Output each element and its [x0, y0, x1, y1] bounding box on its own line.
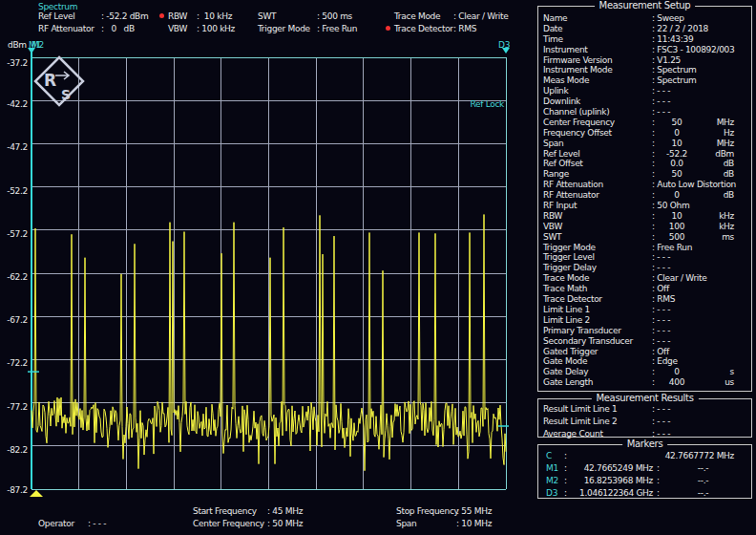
y-axis-tick-label: -47.2: [0, 142, 28, 152]
setup-row-label: Frequency Offset: [543, 128, 612, 138]
rs-logo-r: R: [44, 71, 56, 90]
spectrum-chart: R S: [0, 0, 515, 535]
marker-frequency: 16.8253968 MHz: [567, 476, 653, 485]
setup-row-value: : - - -: [652, 305, 670, 314]
setup-row-label: RF Input: [543, 201, 577, 210]
setup-row-value: 500: [656, 232, 698, 242]
y-axis-tick-label: -57.2: [0, 229, 28, 239]
setup-row-value: : 50 Ohm: [652, 201, 689, 210]
marker-frequency: 42.7665249 MHz: [567, 463, 653, 473]
setup-row: Trigger Delay: - - -: [538, 263, 751, 273]
setup-row: Secondary Transducer: - - -: [538, 336, 751, 347]
setup-row-label: VBW: [543, 222, 562, 231]
setup-row-label: Gate Delay: [543, 367, 588, 376]
operator-value: : - - -: [88, 519, 106, 528]
setup-row: Time: 11:43:39: [538, 34, 751, 45]
setup-row-colon: :: [652, 169, 655, 179]
marker-colon2: :: [657, 488, 660, 498]
result-row: Result Limit Line 1: - - -: [538, 404, 751, 417]
marker-colon2: :: [657, 476, 660, 485]
setup-row-label: Ref Level: [543, 149, 579, 159]
result-row-value: : - - -: [652, 417, 670, 426]
setup-row-value: : V1.25: [652, 55, 681, 65]
marker-colon2: :: [657, 463, 660, 473]
setup-row-value: : Auto Low Distortion: [652, 180, 736, 189]
setup-row-colon: :: [652, 232, 655, 242]
setup-row-colon: :: [652, 190, 655, 200]
setup-row: Downlink: - - -: [538, 96, 751, 107]
setup-row-label: Date: [543, 24, 562, 33]
footer-frequency-item: Span: 10 MHz: [396, 519, 492, 528]
setup-row: Trace Math: Off: [538, 284, 751, 294]
marker-frequency: 42.7667772 MHz: [567, 451, 734, 460]
setup-row-label: SWT: [543, 232, 561, 242]
result-row: Result Limit Line 2: - - -: [538, 417, 751, 429]
setup-row-label: Trace Math: [543, 284, 587, 293]
setup-row-label: RF Attenuation: [543, 180, 603, 189]
setup-row-label: Limit Line 2: [543, 315, 590, 325]
y-axis-tick-label: -82.2: [0, 445, 28, 455]
setup-row-label: Name: [543, 13, 567, 23]
setup-row-value: : - - -: [652, 107, 670, 117]
setup-row-value: : 11:43:39: [652, 34, 693, 44]
y-axis-tick-label: -37.2: [0, 58, 28, 68]
measurement-results-title: Measurement Results: [591, 393, 698, 403]
amplitude-unit-label: dBm: [8, 40, 27, 50]
setup-row-value: : - - -: [652, 252, 670, 262]
setup-row-value: : Clear / Write: [652, 273, 706, 283]
setup-row-value: : Spectrum: [652, 65, 697, 75]
setup-row: Gate Delay:0s: [538, 367, 751, 377]
y-axis-tick-label: -62.2: [0, 272, 28, 282]
result-row-label: Result Limit Line 2: [543, 417, 617, 426]
setup-row-colon: :: [652, 377, 655, 387]
setup-row: Trigger Mode: Free Run: [538, 243, 751, 253]
setup-row-colon: :: [652, 222, 655, 231]
setup-row-unit: kHz: [719, 211, 734, 221]
setup-row: Uplink: - - -: [538, 86, 751, 96]
setup-row-unit: dB: [724, 159, 734, 168]
setup-row-colon: :: [652, 211, 655, 221]
setup-row-label: Meas Mode: [543, 75, 589, 85]
marker-d3-edge-label: D3: [498, 40, 510, 50]
setup-row-unit: Hz: [724, 128, 734, 138]
setup-row: Frequency Offset:0Hz: [538, 128, 751, 139]
footer-item-label: Stop Frequency: [396, 506, 456, 516]
setup-row-label: Limit Line 1: [543, 305, 590, 314]
setup-row-label: Center Frequency: [543, 118, 615, 127]
marker-row: M2:16.8253968 MHz:--.-: [538, 476, 751, 488]
setup-row: Meas Mode: Spectrum: [538, 75, 751, 86]
marker-amplitude: --.-: [677, 488, 729, 498]
fsc-spectrum-view: { "colors": { "background": "#060612", "…: [0, 0, 756, 535]
setup-row: Limit Line 1: - - -: [538, 305, 751, 315]
setup-row: Trace Detector: RMS: [538, 294, 751, 305]
setup-row-colon: :: [652, 367, 655, 376]
setup-row-label: Range: [543, 169, 569, 179]
markers-panel: Markers C:42.7667772 MHzM1:42.7665249 MH…: [537, 444, 752, 499]
setup-row-value: : Edge: [652, 356, 678, 366]
markers-title: Markers: [622, 439, 668, 449]
operator-label: Operator: [38, 519, 88, 528]
setup-row-label: Trigger Mode: [543, 243, 596, 252]
marker-name: M1: [546, 463, 558, 473]
operator-field: Operator: - - -: [38, 519, 106, 528]
measurement-results-panel: Measurement Results Result Limit Line 1:…: [537, 398, 752, 438]
setup-row-label: RF Attenuator: [543, 190, 599, 200]
setup-row: RF Input: 50 Ohm: [538, 201, 751, 211]
marker-name: M2: [546, 476, 558, 485]
setup-row: Gated Trigger: Off: [538, 347, 751, 357]
setup-row-value: 10: [656, 211, 698, 221]
setup-row: Name: Sweep: [538, 13, 751, 24]
setup-row-colon: :: [652, 128, 655, 138]
setup-row: RF Attenuation: Auto Low Distortion: [538, 180, 751, 190]
setup-row-value: : Off: [652, 347, 669, 356]
setup-row-unit: MHz: [717, 118, 734, 127]
setup-row: Instrument: FSC3 - 100892/003: [538, 45, 751, 55]
marker-row: D3:1.046122364 GHz:--.-: [538, 488, 751, 501]
footer-frequency-item: Center Frequency: 50 MHz: [193, 519, 303, 528]
setup-row-label: Gated Trigger: [543, 347, 598, 356]
marker-amplitude: --.-: [677, 476, 729, 485]
setup-row-value: 50: [656, 169, 698, 179]
setup-row-value: : - - -: [652, 96, 670, 106]
footer-frequency-item: Start Frequency: 45 MHz: [193, 506, 303, 516]
setup-row-colon: :: [652, 139, 655, 148]
